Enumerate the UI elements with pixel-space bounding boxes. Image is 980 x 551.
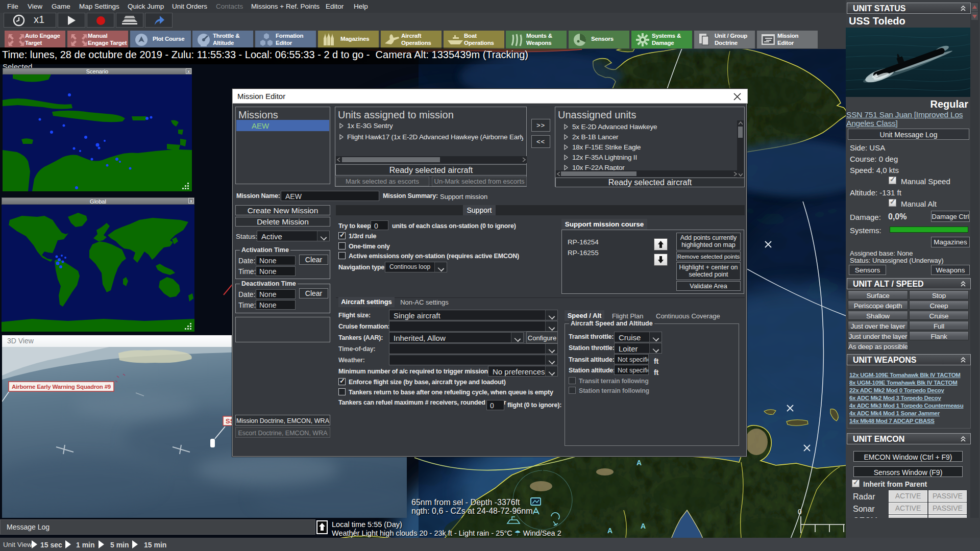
svg-text:A: A [607, 527, 612, 535]
svg-text:A: A [636, 459, 642, 467]
svg-text:A: A [641, 522, 646, 530]
svg-text:Airborne Early Warning Squadro: Airborne Early Warning Squadron #9 [12, 384, 111, 390]
svg-text:ngth: 0,6 - CZs at 24-48-72-96: ngth: 0,6 - CZs at 24-48-72-96nm [411, 507, 532, 515]
svg-text:65nm from sel - Depth -3376ft: 65nm from sel - Depth -3376ft [411, 498, 520, 507]
svg-text:0: 0 [798, 508, 802, 516]
